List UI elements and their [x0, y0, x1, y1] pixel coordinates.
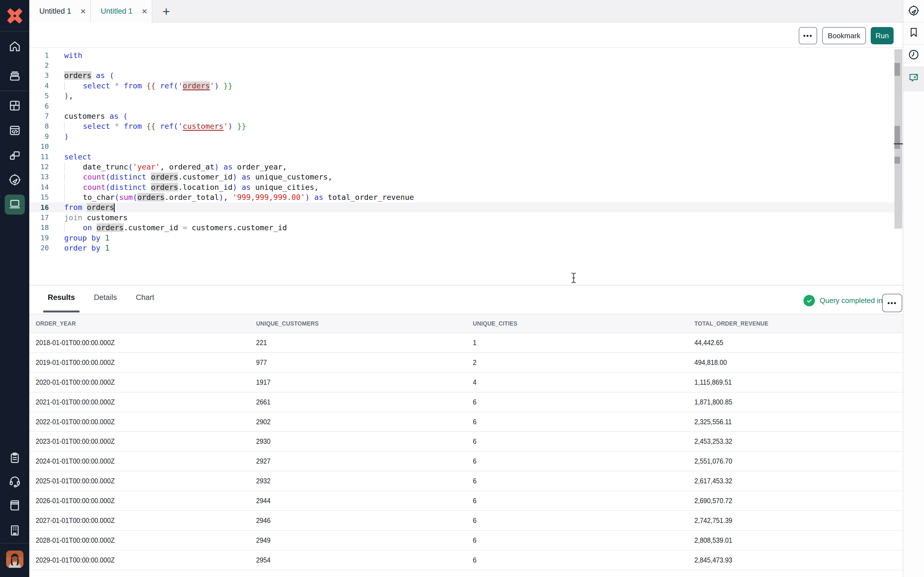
table-row[interactable]: 2027-01-01T00:00:00.000Z294662,742,751.3… — [29, 511, 903, 531]
user-avatar[interactable] — [6, 551, 23, 568]
table-cell[interactable]: 2930 — [256, 437, 473, 445]
table-cell[interactable]: 2028-01-01T00:00:00.000Z — [29, 536, 256, 545]
new-tab-button[interactable]: + — [158, 4, 174, 19]
table-cell[interactable]: 2,808,539.01 — [695, 536, 903, 545]
right-rail-item-explore[interactable] — [905, 2, 922, 20]
table-cell[interactable]: 2,453,253.32 — [695, 437, 903, 445]
table-cell[interactable]: 2661 — [256, 398, 473, 406]
code-line[interactable]: 9) — [29, 131, 903, 141]
code-line[interactable]: 6 — [29, 101, 903, 111]
table-cell[interactable]: 221 — [256, 338, 473, 347]
table-cell[interactable]: 2,551,076.70 — [695, 457, 903, 465]
more-options-button[interactable]: ••• — [799, 27, 817, 44]
table-cell[interactable]: 1917 — [256, 378, 473, 386]
table-row[interactable]: 2029-01-01T00:00:00.000Z295462,845,473.9… — [29, 551, 903, 570]
table-cell[interactable]: 2,690,570.72 — [695, 497, 903, 505]
bookmark-button[interactable]: Bookmark — [822, 27, 866, 44]
table-cell[interactable]: 2927 — [256, 457, 473, 465]
table-cell[interactable]: 2022-01-01T00:00:00.000Z — [29, 418, 256, 426]
workbook-tab-1[interactable]: Untitled 1✕ — [29, 0, 90, 23]
code-line[interactable]: 8 select * from {{ ref('customers') }} — [29, 121, 903, 131]
code-line[interactable]: 17join customers — [29, 213, 903, 222]
table-cell[interactable]: 6 — [473, 576, 695, 577]
close-tab-icon[interactable]: ✕ — [78, 6, 88, 17]
sidebar-item-organization[interactable] — [5, 521, 25, 541]
code-line[interactable]: 13 count(distinct orders.customer_id) as… — [29, 172, 903, 182]
sidebar-item-windows[interactable] — [5, 146, 25, 166]
code-line[interactable]: 15 to_char(sum(orders.order_total), '999… — [29, 192, 903, 202]
column-header[interactable]: UNIQUE_CITIES — [473, 320, 695, 327]
table-cell[interactable]: 494,818.00 — [695, 358, 903, 367]
close-tab-icon[interactable]: ✕ — [140, 6, 149, 17]
code-line[interactable]: 14 count(distinct orders.location_id) as… — [29, 182, 903, 192]
table-cell[interactable]: 2027-01-01T00:00:00.000Z — [29, 516, 256, 525]
table-cell[interactable]: 2879 — [256, 576, 473, 577]
sql-editor[interactable]: 1with23orders as (4 select * from {{ ref… — [29, 48, 903, 285]
column-header[interactable]: TOTAL_ORDER_REVENUE — [695, 320, 903, 327]
results-more-button[interactable]: ••• — [882, 294, 902, 312]
workbook-tab-2[interactable]: Untitled 1✕ — [90, 0, 152, 23]
table-cell[interactable]: 2023-01-01T00:00:00.000Z — [29, 437, 256, 445]
code-line[interactable]: 3orders as ( — [29, 71, 903, 81]
code-line[interactable]: 19group by 1 — [29, 233, 903, 243]
table-row[interactable]: 2030-01-01T00:00:00.000Z287961,841,049.3… — [29, 570, 903, 577]
sidebar-item-clipboard[interactable] — [5, 448, 25, 469]
table-cell[interactable]: 44,442.65 — [695, 338, 903, 347]
right-rail-item-history[interactable] — [905, 46, 922, 64]
table-cell[interactable]: 2019-01-01T00:00:00.000Z — [29, 358, 256, 367]
sidebar-item-docs[interactable] — [5, 496, 25, 516]
column-header[interactable]: ORDER_YEAR — [29, 320, 256, 327]
table-cell[interactable]: 2026-01-01T00:00:00.000Z — [29, 497, 256, 505]
right-rail-item-ai-assistant[interactable] — [905, 69, 922, 87]
table-cell[interactable]: 2018-01-01T00:00:00.000Z — [29, 338, 256, 347]
table-row[interactable]: 2021-01-01T00:00:00.000Z266161,871,800.8… — [29, 392, 903, 412]
code-line[interactable]: 12 date_trunc('year', ordered_at) as ord… — [29, 162, 903, 172]
results-tab-results[interactable]: Results — [43, 293, 79, 313]
code-line[interactable]: 4 select * from {{ ref('orders') }} — [29, 81, 903, 90]
table-cell[interactable]: 6 — [473, 497, 695, 505]
table-cell[interactable]: 2024-01-01T00:00:00.000Z — [29, 457, 256, 465]
table-cell[interactable]: 2944 — [256, 497, 473, 505]
table-cell[interactable]: 6 — [473, 536, 695, 545]
table-cell[interactable]: 1 — [473, 338, 695, 347]
table-cell[interactable]: 6 — [473, 398, 695, 406]
table-cell[interactable]: 2,325,556.11 — [695, 418, 903, 426]
table-row[interactable]: 2025-01-01T00:00:00.000Z293262,617,453.3… — [29, 471, 903, 491]
table-cell[interactable]: 1,841,049.32 — [695, 576, 903, 577]
table-cell[interactable]: 6 — [473, 437, 695, 445]
table-row[interactable]: 2023-01-01T00:00:00.000Z293062,453,253.3… — [29, 432, 903, 451]
code-line[interactable]: 1with — [29, 50, 903, 60]
table-cell[interactable]: 6 — [473, 477, 695, 485]
sidebar-item-support[interactable] — [5, 472, 25, 492]
table-row[interactable]: 2026-01-01T00:00:00.000Z294462,690,570.7… — [29, 491, 903, 511]
hex-logo-icon[interactable] — [5, 6, 24, 26]
table-cell[interactable]: 2954 — [256, 556, 473, 564]
table-cell[interactable]: 2,742,751.39 — [695, 516, 903, 525]
code-line[interactable]: 10 — [29, 142, 903, 152]
table-cell[interactable]: 2020-01-01T00:00:00.000Z — [29, 378, 256, 386]
table-row[interactable]: 2019-01-01T00:00:00.000Z9772494,818.00 — [29, 353, 903, 373]
code-line[interactable]: 18 on orders.customer_id = customers.cus… — [29, 223, 903, 233]
table-cell[interactable]: 6 — [473, 418, 695, 426]
table-row[interactable]: 2020-01-01T00:00:00.000Z191741,115,869.5… — [29, 373, 903, 392]
table-cell[interactable]: 6 — [473, 457, 695, 465]
table-cell[interactable]: 1,871,800.85 — [695, 398, 903, 406]
right-rail-item-bookmarks[interactable] — [905, 24, 922, 42]
code-line[interactable]: 7customers as ( — [29, 111, 903, 121]
results-tab-details[interactable]: Details — [90, 293, 122, 313]
table-row[interactable]: 2022-01-01T00:00:00.000Z290262,325,556.1… — [29, 412, 903, 432]
sidebar-item-collections[interactable] — [5, 67, 25, 87]
code-line[interactable]: 20order by 1 — [29, 243, 903, 253]
table-row[interactable]: 2024-01-01T00:00:00.000Z292762,551,076.7… — [29, 451, 903, 471]
table-cell[interactable]: 2946 — [256, 516, 473, 525]
sidebar-item-terminal[interactable] — [5, 195, 25, 214]
code-line[interactable]: 16from orders — [29, 202, 903, 213]
table-cell[interactable]: 2932 — [256, 477, 473, 485]
table-cell[interactable]: 2025-01-01T00:00:00.000Z — [29, 477, 256, 485]
table-cell[interactable]: 2030-01-01T00:00:00.000Z — [29, 576, 256, 577]
table-cell[interactable]: 1,115,869.51 — [695, 378, 903, 386]
sidebar-item-code[interactable] — [5, 121, 25, 141]
table-cell[interactable]: 6 — [473, 516, 695, 525]
code-line[interactable]: 11select — [29, 152, 903, 162]
sidebar-item-explore[interactable] — [5, 170, 25, 190]
